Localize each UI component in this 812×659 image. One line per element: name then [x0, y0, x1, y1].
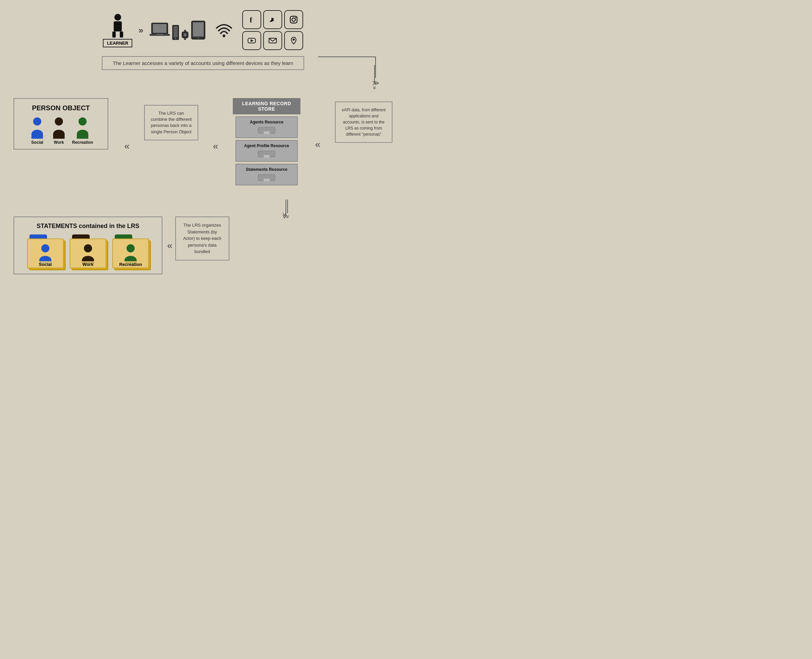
laptop-icon: [150, 22, 170, 40]
svg-rect-18: [184, 30, 186, 32]
arrow-left-1: «: [124, 141, 129, 151]
folder-social: Social: [27, 235, 64, 268]
watch-icon: [181, 30, 189, 40]
svg-point-47: [126, 244, 135, 252]
folder-tab-recreation: [115, 235, 132, 238]
recreation-person-icon: [74, 117, 91, 139]
persona-work: Work: [50, 117, 67, 145]
xapi-box: xAPI data, from different applications a…: [335, 101, 393, 143]
middle-section: PERSON OBJECT Social Work: [0, 98, 406, 188]
svg-point-31: [295, 17, 296, 18]
folder-recreation: Recreation: [112, 235, 149, 268]
svg-point-38: [79, 117, 87, 126]
svg-rect-8: [120, 32, 123, 38]
svg-point-37: [55, 117, 63, 126]
drawer-1: [257, 126, 276, 135]
folder-body-social: Social: [27, 238, 64, 268]
twitter-icon: [263, 10, 282, 29]
persona-social: Social: [29, 117, 46, 145]
devices-group: [150, 20, 206, 40]
work-person-icon: [50, 117, 67, 139]
person-object-box: PERSON OBJECT Social Work: [14, 98, 108, 150]
arrow-right-1: »: [139, 25, 143, 36]
folder-work-person: [79, 243, 97, 264]
work-label: Work: [54, 140, 64, 145]
agents-resource: Agents Resource: [235, 117, 298, 138]
gmail-icon: [263, 31, 282, 50]
svg-point-26: [222, 35, 225, 37]
top-section: LEARNER »: [0, 10, 406, 70]
facebook-icon: f: [242, 10, 261, 29]
personas-row: Social Work Recreation: [21, 117, 101, 145]
svg-marker-33: [251, 39, 254, 42]
statements-title: STATEMENTS contained in the LRS: [21, 222, 155, 230]
drawer-2: [257, 150, 276, 158]
folder-tab-social: [30, 235, 47, 238]
social-person-icon: [29, 117, 46, 139]
phone-icon: [172, 25, 179, 40]
arrow-left-3: «: [315, 139, 320, 150]
social-label: Social: [31, 140, 43, 145]
social-icons-grid: f: [242, 10, 303, 50]
arrow-left-4: «: [167, 240, 173, 251]
svg-rect-6: [114, 21, 122, 32]
top-icons-row: LEARNER »: [103, 10, 303, 50]
lrs-main-block: LEARNING RECORD STORE Agents Resource Ag…: [233, 98, 300, 188]
svg-text:f: f: [250, 16, 252, 24]
right-connector: »: [373, 65, 376, 91]
svg-point-45: [41, 244, 49, 252]
folder-recreation-person: [122, 243, 139, 264]
svg-rect-19: [184, 38, 186, 40]
svg-point-36: [33, 117, 41, 126]
svg-point-17: [175, 38, 176, 39]
svg-rect-7: [112, 32, 116, 38]
wifi-icon: [215, 20, 233, 38]
svg-point-25: [197, 38, 199, 39]
learner-box: LEARNER: [103, 13, 132, 47]
folder-work-label: Work: [70, 261, 106, 268]
agents-resource-label: Agents Resource: [238, 120, 295, 125]
folder-tab-work: [72, 235, 90, 238]
svg-rect-40: [263, 131, 270, 134]
learner-figure: [110, 13, 125, 38]
recreation-label: Recreation: [72, 140, 93, 145]
lrs-combine-box: The LRS can combine the different person…: [144, 105, 198, 140]
statements-resource-label: Statements Resource: [238, 167, 295, 172]
folder-recreation-label: Recreation: [113, 261, 148, 268]
folders-row: Social Work: [21, 235, 155, 268]
agent-profile-resource: Agent Profile Resource: [235, 140, 298, 162]
statements-resource: Statements Resource: [235, 164, 298, 185]
youtube-icon: [242, 31, 261, 50]
svg-point-22: [184, 34, 186, 36]
wifi-symbol: [215, 20, 233, 40]
statements-box: STATEMENTS contained in the LRS Social: [14, 216, 162, 274]
folder-body-work: Work: [70, 238, 106, 268]
svg-rect-16: [173, 27, 178, 37]
bottom-section: STATEMENTS contained in the LRS Social: [0, 216, 406, 274]
folder-body-recreation: Recreation: [112, 238, 149, 268]
lrs-organizes-box: The LRS organizes Statements (by Actor) …: [175, 216, 229, 260]
svg-rect-14: [156, 34, 163, 35]
lrs-header: LEARNING RECORD STORE: [233, 98, 300, 114]
folder-work: Work: [69, 235, 107, 268]
drawer-3: [257, 174, 276, 182]
folder-social-person: [36, 243, 54, 264]
person-object-title: PERSON OBJECT: [21, 104, 101, 112]
agent-profile-resource-label: Agent Profile Resource: [238, 143, 295, 148]
svg-rect-44: [263, 179, 270, 181]
learner-label: LEARNER: [103, 39, 132, 47]
folder-social-label: Social: [28, 261, 63, 268]
tablet-icon: [191, 20, 206, 40]
maps-icon: [284, 31, 303, 50]
description-banner: The Learner accesses a variety of accoun…: [102, 56, 304, 70]
svg-rect-42: [263, 155, 270, 158]
svg-point-30: [292, 18, 295, 21]
svg-point-5: [114, 14, 121, 20]
arrow-left-2: «: [213, 141, 218, 151]
instagram-icon: [284, 10, 303, 29]
svg-rect-24: [193, 22, 204, 36]
svg-point-46: [84, 244, 92, 252]
persona-recreation: Recreation: [72, 117, 93, 145]
svg-point-35: [293, 39, 295, 41]
